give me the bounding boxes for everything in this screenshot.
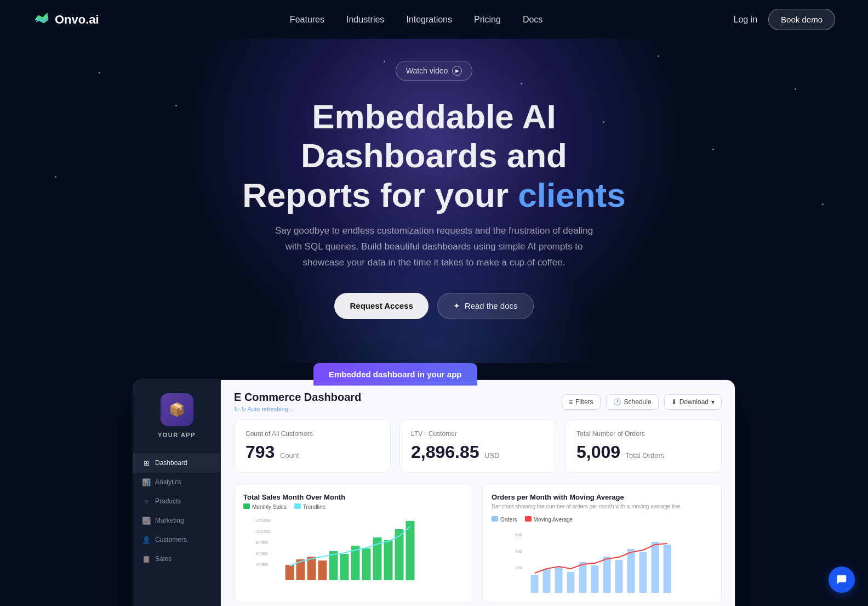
play-icon: ▶ [452,66,462,76]
hero-content: Watch video ▶ Embeddable AI Dashboards a… [11,61,857,319]
schedule-icon: 🕐 [613,398,621,406]
stat-value-orders: 5,009 [576,442,620,462]
nav-industries[interactable]: Industries [346,15,384,24]
sidebar-label-sales: Sales [155,555,172,563]
stat-label-orders: Total Number of Orders [576,430,710,438]
docs-icon: ✦ [453,301,460,311]
nav-docs[interactable]: Docs [523,15,542,24]
dashboard-main: E Commerce Dashboard ↻ ↻ Auto refreshing… [221,380,735,606]
filters-button[interactable]: ≡ Filters [562,394,601,410]
dashboard-title: E Commerce Dashboard [234,391,361,404]
stat-label-ltv: LTV - Customer [411,430,545,438]
products-icon: ○ [142,497,151,506]
svg-rect-31 [664,545,671,593]
auto-refresh-indicator: ↻ ↻ Auto refreshing... [234,406,361,413]
dashboard-header: E Commerce Dashboard ↻ ↻ Auto refreshing… [234,391,722,413]
chart2-subtitle: Bar chart showing the number of orders p… [492,503,712,509]
watch-video-button[interactable]: Watch video ▶ [396,61,473,81]
svg-text:300: 300 [516,566,522,570]
sidebar-label-marketing: Marketing [155,517,184,524]
logo[interactable]: Onvo.ai [33,11,99,29]
demo-tab: Embedded dashboard in your app [313,363,477,386]
filters-icon: ≡ [569,398,573,406]
hero-heading-part2: Reports for your [242,176,518,214]
schedule-label: Schedule [624,398,652,406]
sidebar-label-customers: Customers [155,536,187,543]
watch-video-label: Watch video [406,66,448,75]
svg-rect-27 [615,560,623,593]
chart2-legend: Orders Moving Average [492,516,712,523]
hero-section: Watch video ▶ Embeddable AI Dashboards a… [0,39,868,363]
sidebar-item-sales[interactable]: 📋 Sales [133,550,220,569]
svg-rect-28 [627,549,635,593]
schedule-button[interactable]: 🕐 Schedule [606,394,659,410]
sidebar-item-dashboard[interactable]: ⊞ Dashboard [133,454,220,473]
marketing-icon: 📈 [142,517,151,525]
nav-pricing[interactable]: Pricing [474,15,501,24]
docs-label: Read the docs [465,301,518,310]
login-button[interactable]: Log in [734,15,758,25]
charts-row: Total Sales Month Over Month Monthly Sal… [234,484,722,603]
chart-sales-mom: Total Sales Month Over Month Monthly Sal… [234,484,473,603]
sidebar-item-analytics[interactable]: 📊 Analytics [133,473,220,492]
svg-text:500: 500 [516,533,522,537]
dashboard-actions: ≡ Filters 🕐 Schedule ⬇ Download ▾ [562,394,722,410]
nav-features[interactable]: Features [290,15,324,24]
chart-orders-moving-avg: Orders per Month with Moving Average Bar… [482,484,722,603]
stat-card-orders: Total Number of Orders 5,009 Total Order… [565,420,722,473]
chart1-svg: 120,000 100,000 80,000 60,000 40,000 [243,516,464,581]
chart1-legend-item2: Trendline [294,503,326,510]
chart1-title: Total Sales Month Over Month [243,493,464,501]
stat-value-ltv: 2,896.85 [411,442,479,462]
svg-text:400: 400 [516,550,522,553]
svg-rect-20 [531,575,539,593]
download-label: Download [679,398,709,406]
read-docs-button[interactable]: ✦ Read the docs [437,293,534,319]
svg-text:80,000: 80,000 [256,541,269,545]
sidebar-item-customers[interactable]: 👤 Customers [133,530,220,550]
request-access-button[interactable]: Request Access [334,293,428,319]
svg-rect-25 [591,565,599,593]
chat-icon [836,574,848,586]
chart2-legend-item2: Moving Average [525,516,573,523]
chart2-svg: 500 400 300 [492,528,712,594]
stat-card-ltv: LTV - Customer 2,896.85 USD [399,420,556,473]
chart1-area: 120,000 100,000 80,000 60,000 40,000 [243,516,464,581]
star-8 [658,55,659,57]
hero-heading: Embeddable AI Dashboards and Reports for… [209,97,659,214]
svg-text:100,000: 100,000 [256,530,270,534]
stat-value-customers: 793 [245,442,275,462]
sales-icon: 📋 [142,555,151,563]
download-button[interactable]: ⬇ Download ▾ [664,394,722,410]
auto-refresh-label: ↻ Auto refreshing... [241,406,293,413]
navbar: Onvo.ai Features Industries Integrations… [0,0,868,39]
svg-rect-8 [318,560,327,580]
svg-rect-22 [555,567,563,593]
dashboard-icon: ⊞ [142,459,151,467]
book-demo-button[interactable]: Book demo [768,9,835,30]
nav-integrations[interactable]: Integrations [406,15,452,24]
svg-rect-12 [362,548,371,580]
sidebar-item-products[interactable]: ○ Products [133,492,220,511]
demo-wrapper: 📦 YOUR APP ⊞ Dashboard 📊 Analytics ○ Pro… [133,380,735,606]
chat-bubble[interactable] [829,567,855,593]
hero-heading-highlight: clients [518,176,625,214]
svg-rect-24 [579,562,587,593]
chart2-title: Orders per Month with Moving Average [492,493,712,501]
svg-rect-10 [340,554,349,580]
svg-rect-30 [652,542,659,593]
download-chevron: ▾ [711,398,715,406]
app-logo-icon: 📦 [169,402,185,417]
svg-text:60,000: 60,000 [256,552,269,556]
svg-text:120,000: 120,000 [256,519,270,523]
chart2-legend-item1: Orders [492,516,517,523]
customers-icon: 👤 [142,536,151,544]
sidebar-item-marketing[interactable]: 📈 Marketing [133,511,220,530]
stats-row: Count of All Customers 793 Count LTV - C… [234,420,722,473]
nav-actions: Log in Book demo [734,9,835,30]
svg-rect-14 [384,540,393,580]
svg-rect-21 [543,569,551,593]
chart2-area: 500 400 300 [492,528,712,594]
chart1-legend: Monthly Sales Trendline [243,503,464,510]
stat-unit-ltv: USD [484,451,499,460]
